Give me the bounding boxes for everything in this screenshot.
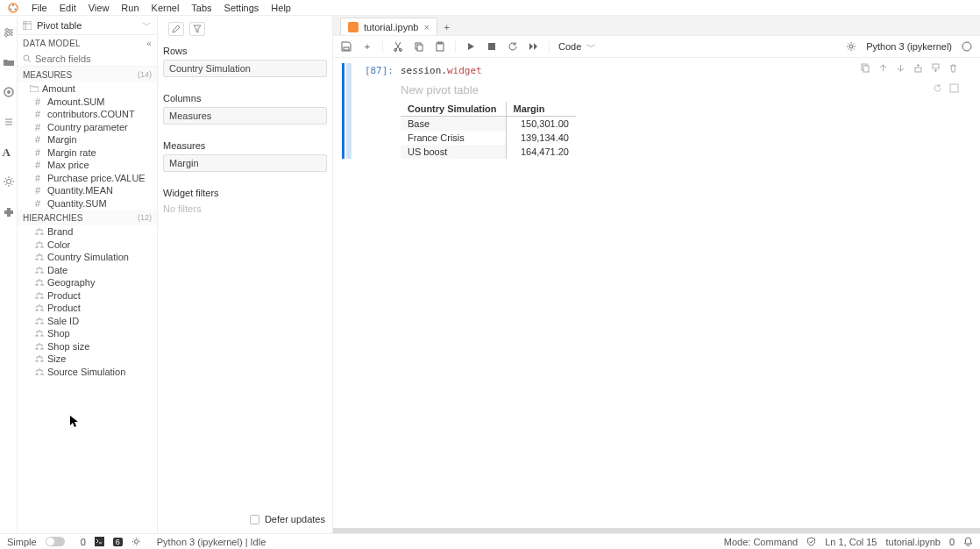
insert-below-icon[interactable] — [931, 63, 941, 74]
run-icon[interactable] — [465, 40, 477, 53]
bell-icon[interactable] — [963, 537, 973, 546]
menu-edit[interactable]: Edit — [60, 3, 76, 13]
run-all-icon[interactable] — [528, 40, 540, 53]
folder-icon[interactable] — [3, 56, 15, 68]
hash-icon: # — [35, 173, 44, 183]
right-zero: 0 — [949, 537, 955, 547]
tree-label: Product — [47, 290, 81, 301]
copy-icon[interactable] — [413, 40, 425, 53]
move-up-icon[interactable] — [878, 63, 889, 74]
hierarchy-source-simulation[interactable]: Source Simulation — [18, 366, 157, 379]
measure-contributors-count[interactable]: #contributors.COUNT — [18, 108, 157, 121]
hash-icon: # — [35, 109, 44, 119]
measure-quantity-sum[interactable]: #Quantity.SUM — [18, 197, 157, 210]
hierarchy-color[interactable]: Color — [18, 239, 157, 252]
status-pill[interactable]: 6 — [113, 538, 123, 546]
config-toolbar — [163, 21, 327, 37]
refresh-out-icon[interactable] — [933, 83, 942, 93]
pivot-type-select[interactable]: Pivot table ﹀ — [18, 16, 157, 35]
notebook-body[interactable]: [87]: session.widget — [333, 58, 980, 528]
hierarchy-size[interactable]: Size — [18, 353, 157, 366]
table-row[interactable]: France Crisis139,134.40 — [401, 131, 576, 145]
hierarchy-country-simulation[interactable]: Country Simulation — [18, 251, 157, 264]
close-icon[interactable]: × — [423, 22, 429, 32]
filter-icon[interactable] — [189, 22, 205, 36]
terminal-icon[interactable] — [95, 537, 104, 546]
table-row[interactable]: US boost164,471.20 — [401, 145, 576, 159]
menu-kernel[interactable]: Kernel — [152, 3, 180, 13]
move-down-icon[interactable] — [896, 63, 906, 74]
measures-header[interactable]: MEASURES (14) — [18, 67, 157, 82]
hierarchy-shop[interactable]: Shop — [18, 327, 157, 340]
tab-tutorial[interactable]: tutorial.ipynb × — [340, 18, 437, 35]
tab-label: tutorial.ipynb — [364, 22, 418, 32]
defer-checkbox[interactable] — [250, 515, 259, 524]
columns-chip[interactable]: Measures — [163, 107, 327, 125]
restart-icon[interactable] — [507, 40, 519, 53]
list-icon[interactable] — [3, 116, 15, 128]
hierarchy-product-1[interactable]: Product — [18, 289, 157, 303]
stop-icon[interactable] — [486, 40, 498, 53]
menu-help[interactable]: Help — [271, 3, 291, 13]
sidebar: Pivot table ﹀ DATA MODEL « MEASURES (14)… — [18, 16, 158, 533]
duplicate-icon[interactable] — [861, 63, 871, 74]
menu-run[interactable]: Run — [121, 3, 138, 13]
paste-icon[interactable] — [434, 40, 446, 53]
sliders-icon[interactable] — [3, 26, 15, 39]
menu-tabs[interactable]: Tabs — [191, 3, 211, 13]
menu-file[interactable]: File — [32, 3, 47, 13]
menu-view[interactable]: View — [89, 3, 110, 13]
hierarchy-sale-id[interactable]: Sale ID — [18, 315, 157, 328]
kernel-label[interactable]: Python 3 (ipykernel) — [866, 41, 952, 52]
rows-chip[interactable]: Country Simulation — [163, 60, 327, 77]
circle-icon[interactable] — [3, 86, 15, 98]
resize-handle[interactable] — [333, 528, 980, 533]
col-header-1[interactable]: Margin — [506, 102, 576, 117]
cell-prompt: [87]: — [357, 63, 401, 159]
celltype-select[interactable]: Code﹀ — [558, 40, 596, 53]
search-input[interactable] — [35, 53, 140, 64]
insert-above-icon[interactable] — [913, 63, 924, 74]
add-cell-icon[interactable]: + — [361, 40, 373, 53]
table-row[interactable]: Base150,301.00 — [401, 117, 576, 132]
kernel-status[interactable]: Python 3 (ipykernel) | Idle — [157, 537, 266, 547]
measure-max-price[interactable]: #Max price — [18, 159, 157, 172]
shield-icon[interactable] — [806, 537, 816, 546]
collapse-icon[interactable]: « — [146, 39, 152, 48]
svg-rect-25 — [933, 64, 939, 68]
chevron-down-icon: ﹀ — [142, 18, 152, 32]
hierarchy-geography[interactable]: Geography — [18, 276, 157, 289]
measure-amount-sum[interactable]: #Amount.SUM — [18, 96, 157, 109]
cog-status-icon[interactable] — [131, 537, 141, 546]
text-icon[interactable]: A — [3, 146, 15, 158]
simple-toggle[interactable] — [46, 537, 65, 546]
settings-icon[interactable] — [845, 40, 857, 53]
code-cell[interactable]: [87]: session.widget — [340, 63, 973, 159]
expand-out-icon[interactable] — [949, 83, 959, 93]
edit-icon[interactable] — [168, 22, 184, 36]
measure-folder-amount[interactable]: Amount — [18, 82, 157, 96]
save-icon[interactable] — [340, 40, 352, 53]
hierarchy-shop-size[interactable]: Shop size — [18, 340, 157, 353]
hierarchies-header[interactable]: HIERARCHIES (12) — [18, 210, 157, 225]
hierarchy-brand[interactable]: Brand — [18, 225, 157, 239]
measure-purchase-price-value[interactable]: #Purchase price.VALUE — [18, 172, 157, 185]
measures-chip[interactable]: Margin — [163, 154, 327, 172]
gear-icon[interactable] — [3, 175, 15, 188]
activitybar: A — [0, 16, 18, 533]
delete-icon[interactable] — [948, 63, 959, 74]
measure-country-parameter[interactable]: #Country parameter — [18, 121, 157, 134]
tree-label: Source Simulation — [47, 367, 125, 377]
menu-settings[interactable]: Settings — [224, 3, 259, 13]
extension-icon[interactable] — [3, 205, 15, 217]
hierarchy-product-2[interactable]: Product — [18, 302, 157, 315]
measure-quantity-mean[interactable]: #Quantity.MEAN — [18, 184, 157, 197]
position-label: Ln 1, Col 15 — [825, 537, 877, 547]
add-tab-button[interactable]: + — [439, 19, 455, 35]
hierarchy-date[interactable]: Date — [18, 264, 157, 277]
measure-margin-rate[interactable]: #Margin rate — [18, 146, 157, 160]
file-label: tutorial.ipynb — [886, 537, 941, 547]
col-header-0[interactable]: Country Simulation — [401, 102, 506, 117]
cut-icon[interactable] — [392, 40, 404, 53]
measure-margin[interactable]: #Margin — [18, 133, 157, 146]
